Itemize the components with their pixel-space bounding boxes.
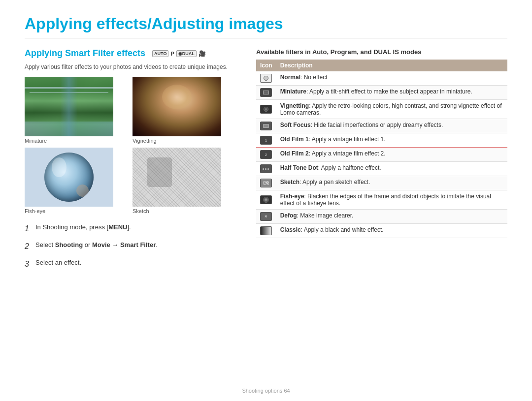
photo-item-vignetting: Vignetting: [133, 77, 236, 144]
desc-vignetting: Vignetting: Apply the retro-looking colo…: [280, 102, 502, 116]
filter-row-sketch: Sketch: Apply a pen sketch effect.: [256, 176, 507, 190]
left-column: Applying Smart Filter effects AUTO P ◉DU…: [25, 48, 236, 274]
halftone-icon: [260, 164, 272, 173]
col-description: Description: [276, 60, 507, 71]
icon-cell-vignetting: [256, 100, 276, 119]
step-2: 2 Select Shooting or Movie → Smart Filte…: [25, 239, 236, 254]
right-column: Available filters in Auto, Program, and …: [256, 48, 507, 274]
col-icon: Icon: [256, 60, 276, 71]
filter-row-classic: Classic: Apply a black and white effect.: [256, 224, 507, 238]
photo-label-vignetting: Vignetting: [133, 138, 236, 144]
vignetting-image: [133, 77, 221, 136]
desc-sketch: Sketch: Apply a pen sketch effect.: [280, 179, 370, 185]
section-description: Apply various filter effects to your pho…: [25, 62, 236, 71]
filter-row-vignetting: Vignetting: Apply the retro-looking colo…: [256, 100, 507, 119]
photo-label-miniature: Miniature: [25, 138, 129, 144]
classic-icon: [260, 226, 272, 235]
photo-fisheye: [25, 148, 113, 207]
fisheye-icon: [260, 195, 272, 204]
icon-cell-softfocus: [256, 119, 276, 133]
desc-cell-halftone: Half Tone Dot: Apply a halftone effect.: [276, 162, 507, 176]
fisheye-image: [25, 148, 113, 207]
photo-item-miniature: Miniature: [25, 77, 129, 144]
step-2-text: Select Shooting or Movie → Smart Filter.: [35, 239, 158, 254]
step-1-text: In Shooting mode, press [MENU].: [35, 221, 131, 237]
miniature-icon: [260, 88, 272, 97]
icon-cell-halftone: [256, 162, 276, 176]
photo-item-sketch: Sketch: [133, 148, 236, 214]
filter-row-halftone: Half Tone Dot: Apply a halftone effect.: [256, 162, 507, 176]
right-section-title: Available filters in Auto, Program, and …: [256, 48, 507, 56]
desc-classic: Classic: Apply a black and white effect.: [280, 226, 384, 233]
mode-p: P: [170, 51, 174, 57]
desc-cell-softfocus: Soft Focus: Hide facial imperfections or…: [276, 119, 507, 133]
photo-miniature: [25, 77, 113, 136]
desc-halftone: Half Tone Dot: Apply a halftone effect.: [280, 164, 381, 171]
icon-cell-oldfilm2: 2: [256, 148, 276, 162]
desc-oldfilm2: Old Film 2: Apply a vintage film effect …: [280, 150, 386, 157]
photo-label-fisheye: Fish-eye: [25, 208, 129, 214]
photo-sketch: [133, 148, 221, 207]
desc-cell-sketch: Sketch: Apply a pen sketch effect.: [276, 176, 507, 190]
desc-miniature: Miniature: Apply a tilt-shift effect to …: [280, 88, 472, 95]
footer-text: Shooting options 64: [242, 388, 290, 394]
desc-cell-classic: Classic: Apply a black and white effect.: [276, 224, 507, 238]
page-footer: Shooting options 64: [0, 388, 532, 394]
photo-item-fisheye: Fish-eye: [25, 148, 129, 214]
sketch-icon: [260, 179, 272, 187]
icon-cell-classic: [256, 224, 276, 238]
desc-oldfilm1: Old Film 1: Apply a vintage film effect …: [280, 136, 386, 143]
step-3-num: 3: [25, 256, 32, 272]
step-3-text: Select an effect.: [35, 256, 81, 272]
step-1-num: 1: [25, 221, 32, 237]
filter-row-defog: ≋ Defog: Make image clearer.: [256, 210, 507, 224]
page-container: Applying effects/Adjusting images Applyi…: [0, 0, 532, 401]
desc-fisheye: Fish-eye: Blacken the edges of the frame…: [280, 193, 491, 207]
icon-cell-oldfilm1: 1: [256, 133, 276, 148]
normal-icon: [260, 74, 272, 83]
photo-vignetting: [133, 77, 221, 136]
vignetting-icon: [260, 105, 272, 114]
filter-row-softfocus: Soft Focus: Hide facial imperfections or…: [256, 119, 507, 133]
desc-defog: Defog: Make image clearer.: [280, 212, 354, 219]
desc-cell-miniature: Miniature: Apply a tilt-shift effect to …: [276, 86, 507, 100]
miniature-image: [25, 77, 113, 136]
desc-normal: Normal: No effect: [280, 74, 328, 81]
table-header-row: Icon Description: [256, 60, 507, 71]
content-area: Applying Smart Filter effects AUTO P ◉DU…: [25, 48, 507, 274]
oldfilm1-icon: 1: [260, 136, 272, 145]
mode-video: 🎥: [199, 50, 206, 57]
desc-cell-fisheye: Fish-eye: Blacken the edges of the frame…: [276, 190, 507, 210]
step-2-num: 2: [25, 239, 32, 254]
filter-row-fisheye: Fish-eye: Blacken the edges of the frame…: [256, 190, 507, 210]
mode-icons: AUTO P ◉DUAL 🎥: [152, 50, 206, 57]
desc-cell-oldfilm2: Old Film 2: Apply a vintage film effect …: [276, 148, 507, 162]
filter-row-oldfilm1: 1 Old Film 1: Apply a vintage film effec…: [256, 133, 507, 148]
step-1: 1 In Shooting mode, press [MENU].: [25, 221, 236, 237]
section-title-text: Applying Smart Filter effects: [25, 48, 145, 59]
icon-cell-normal: [256, 71, 276, 86]
sketch-image: [133, 148, 221, 207]
desc-cell-vignetting: Vignetting: Apply the retro-looking colo…: [276, 100, 507, 119]
filter-row-miniature: Miniature: Apply a tilt-shift effect to …: [256, 86, 507, 100]
filter-row-normal: Normal: No effect: [256, 71, 507, 86]
desc-cell-oldfilm1: Old Film 1: Apply a vintage film effect …: [276, 133, 507, 148]
desc-cell-defog: Defog: Make image clearer.: [276, 210, 507, 224]
photo-grid: Miniature Vignetting: [25, 77, 236, 214]
icon-cell-miniature: [256, 86, 276, 100]
mode-dual: ◉DUAL: [176, 50, 197, 57]
filter-row-oldfilm2: 2 Old Film 2: Apply a vintage film effec…: [256, 148, 507, 162]
step-3: 3 Select an effect.: [25, 256, 236, 272]
filter-table: Icon Description Normal: No effect: [256, 60, 507, 238]
page-title: Applying effects/Adjusting images: [25, 15, 507, 38]
photo-label-sketch: Sketch: [133, 208, 236, 214]
steps-list: 1 In Shooting mode, press [MENU]. 2 Sele…: [25, 221, 236, 272]
icon-cell-sketch: [256, 176, 276, 190]
desc-softfocus: Soft Focus: Hide facial imperfections or…: [280, 122, 443, 128]
defog-icon: ≋: [260, 212, 272, 221]
icon-cell-fisheye: [256, 190, 276, 210]
section-title: Applying Smart Filter effects AUTO P ◉DU…: [25, 48, 236, 59]
desc-cell-normal: Normal: No effect: [276, 71, 507, 86]
icon-cell-defog: ≋: [256, 210, 276, 224]
mode-auto: AUTO: [152, 50, 168, 57]
